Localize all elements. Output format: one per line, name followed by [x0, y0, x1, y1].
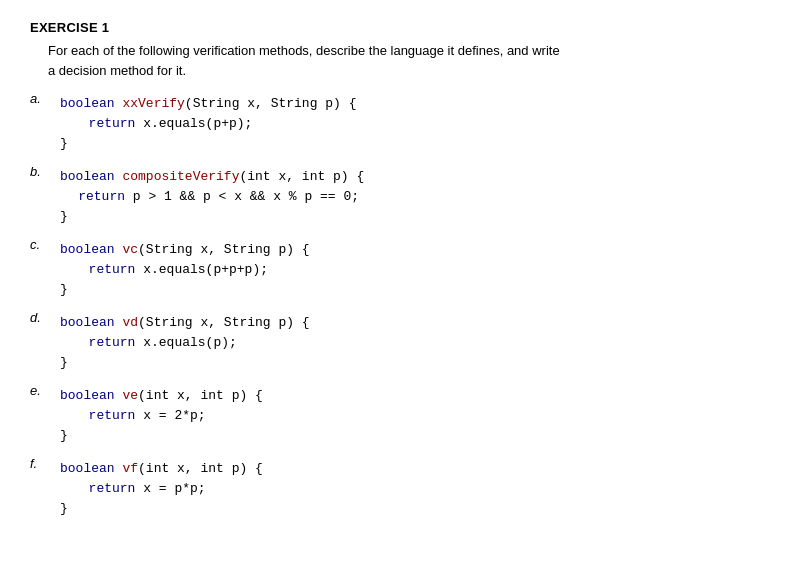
problem-f: f. boolean vf(int x, int p) { return x =… [30, 455, 758, 518]
exercise-container: EXERCISE 1 For each of the following ver… [30, 20, 758, 518]
label-d: d. [30, 309, 60, 325]
label-e: e. [30, 382, 60, 398]
problem-a: a. boolean xxVerify(String x, String p) … [30, 90, 758, 153]
problem-c: c. boolean vc(String x, String p) { retu… [30, 236, 758, 299]
label-c: c. [30, 236, 60, 252]
label-b: b. [30, 163, 60, 179]
label-f: f. [30, 455, 60, 471]
problem-b: b. boolean compositeVerify(int x, int p)… [30, 163, 758, 226]
intro-line2: a decision method for it. [48, 63, 186, 78]
intro-line1: For each of the following verification m… [48, 43, 560, 58]
intro-block: For each of the following verification m… [48, 41, 758, 80]
problem-d: d. boolean vd(String x, String p) { retu… [30, 309, 758, 372]
problem-e: e. boolean ve(int x, int p) { return x =… [30, 382, 758, 445]
label-a: a. [30, 90, 60, 106]
exercise-title: EXERCISE 1 [30, 20, 758, 35]
